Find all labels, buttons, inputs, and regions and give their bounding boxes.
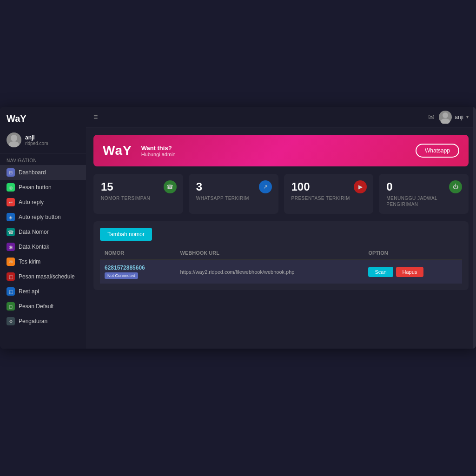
stat-card-jadwal: 0 MENUNGGU JADWAL PENGIRIMAN ⏻ (379, 174, 469, 214)
col-webhook: Webhook URL (176, 246, 364, 260)
sidebar-item-label: Auto reply (19, 199, 44, 205)
topbar: ≡ ✉ anji ▾ (86, 107, 476, 127)
table-cell-number: 6281572885606 Not Connected (100, 260, 176, 284)
pesan-masal-icon: ◫ (7, 272, 15, 281)
menu-icon[interactable]: ≡ (93, 113, 98, 121)
sidebar-item-auto-reply[interactable]: ↩ Auto reply (0, 195, 86, 210)
sidebar-item-label: Rest api (19, 288, 39, 295)
action-buttons: Scan Hapus (368, 267, 457, 277)
status-badge: Not Connected (105, 272, 138, 279)
banner-title: WaY (103, 143, 132, 158)
stat-icon-whatsapp: ↗ (259, 180, 272, 193)
scan-button[interactable]: Scan (368, 267, 393, 277)
sidebar-item-label: Pesan button (19, 184, 52, 191)
banner-left: WaY Want this? Hubungi admin (103, 143, 176, 158)
stat-card-nomor: 15 NOMOR TERSIMPAN ☎ (93, 174, 183, 214)
pengaturan-icon: ⚙ (7, 317, 15, 325)
sidebar-item-label: Pesan masal/schedule (19, 273, 75, 280)
topbar-username: anji (455, 114, 463, 120)
sidebar-user: anji ridped.com (0, 129, 86, 153)
stat-label-nomor: NOMOR TERSIMPAN (101, 195, 176, 201)
add-nomor-button[interactable]: Tambah nomor (100, 228, 152, 241)
sidebar-item-label: Data Kontak (19, 244, 49, 250)
sidebar-item-tes-kirim[interactable]: ✉ Tes kirim (0, 254, 86, 269)
rest-api-icon: ◰ (7, 287, 15, 296)
pesan-default-icon: ◻ (7, 302, 15, 311)
col-nomor: Nomor (100, 246, 176, 260)
auto-reply-icon: ↩ (7, 198, 15, 206)
sidebar-item-data-kontak[interactable]: ◉ Data Kontak (0, 239, 86, 254)
banner: WaY Want this? Hubungi admin Whatsapp (93, 135, 469, 166)
whatsapp-button[interactable]: Whatsapp (416, 144, 459, 158)
table-row: 6281572885606 Not Connected https://way2… (100, 260, 462, 284)
sidebar-item-label: Data Nomor (19, 229, 49, 235)
stat-label-jadwal: MENUNGGU JADWAL PENGIRIMAN (386, 195, 461, 207)
topbar-right: ✉ anji ▾ (428, 111, 469, 124)
sidebar-item-label: Tes kirim (19, 258, 40, 265)
banner-subtitle: Want this? Hubungi admin (141, 145, 176, 157)
mail-icon[interactable]: ✉ (428, 112, 434, 121)
table-cell-webhook: https://way2.ridped.com/filewebhook/webh… (176, 260, 364, 284)
user-info: anji ridped.com (25, 134, 48, 146)
col-option: OPTION (364, 246, 462, 260)
svg-point-2 (443, 112, 448, 118)
topbar-user[interactable]: anji ▾ (439, 111, 469, 124)
sidebar-item-label: Auto reply button (19, 214, 61, 220)
user-name: anji (25, 134, 48, 141)
sidebar-item-data-nomor[interactable]: ☎ Data Nomor (0, 225, 86, 239)
stats-row: 15 NOMOR TERSIMPAN ☎ 3 WHATSAPP TERKIRIM… (93, 174, 469, 214)
stat-card-presentase: 100 PRESENTASE TERKIRIM ▶ (284, 174, 374, 214)
avatar (7, 132, 21, 147)
pesan-button-icon: ◎ (7, 183, 15, 192)
data-table: Nomor Webhook URL OPTION 6281572885606 N… (100, 246, 462, 284)
stat-icon-nomor: ☎ (164, 180, 177, 193)
tes-kirim-icon: ✉ (7, 258, 15, 266)
svg-point-3 (441, 119, 450, 124)
hapus-button[interactable]: Hapus (396, 267, 424, 277)
sidebar-item-dashboard[interactable]: ⊟ Dashboard (0, 165, 86, 180)
nav-label: Navigation (0, 153, 86, 165)
table-cell-action: Scan Hapus (364, 260, 462, 284)
sidebar-item-pesan-masal[interactable]: ◫ Pesan masal/schedule (0, 269, 86, 284)
sidebar-logo: WaY (0, 113, 86, 129)
svg-point-0 (11, 135, 17, 141)
webhook-url-text: https://way2.ridped.com/filewebhook/webh… (180, 269, 295, 275)
scrollbar-track[interactable] (473, 107, 476, 349)
sidebar-item-auto-reply-button[interactable]: ◈ Auto reply button (0, 210, 86, 225)
sidebar-item-pengaturan[interactable]: ⚙ Pengaturan (0, 314, 86, 329)
user-domain: ridped.com (25, 141, 48, 146)
banner-want-text: Want this? (141, 145, 176, 152)
svg-point-1 (9, 141, 19, 147)
sidebar: WaY anji ridped.com Navigation ⊟ Dashboa… (0, 107, 86, 349)
data-kontak-icon: ◉ (7, 243, 15, 251)
data-section: Tambah nomor Nomor Webhook URL OPTION 62… (93, 221, 469, 290)
sidebar-item-rest-api[interactable]: ◰ Rest api (0, 284, 86, 299)
main-content: ≡ ✉ anji ▾ WaY Want this? (86, 107, 476, 349)
stat-card-whatsapp: 3 WHATSAPP TERKIRIM ↗ (189, 174, 278, 214)
sidebar-item-label: Pengaturan (19, 318, 47, 324)
sidebar-item-label: Pesan Default (19, 303, 53, 310)
data-nomor-icon: ☎ (7, 228, 15, 236)
phone-number: 6281572885606 (105, 264, 171, 271)
sidebar-item-pesan-button[interactable]: ◎ Pesan button (0, 180, 86, 195)
page-body: WaY Want this? Hubungi admin Whatsapp 15… (86, 127, 476, 349)
banner-contact-text: Hubungi admin (141, 152, 176, 157)
auto-reply-button-icon: ◈ (7, 213, 15, 221)
dashboard-icon: ⊟ (7, 168, 15, 177)
stat-label-presentase: PRESENTASE TERKIRIM (291, 195, 366, 201)
stat-label-whatsapp: WHATSAPP TERKIRIM (196, 195, 271, 201)
sidebar-item-label: Dashboard (19, 169, 46, 176)
topbar-caret: ▾ (466, 114, 469, 119)
topbar-avatar (439, 111, 452, 124)
sidebar-item-pesan-default[interactable]: ◻ Pesan Default (0, 299, 86, 314)
stat-icon-jadwal: ⏻ (449, 180, 462, 193)
